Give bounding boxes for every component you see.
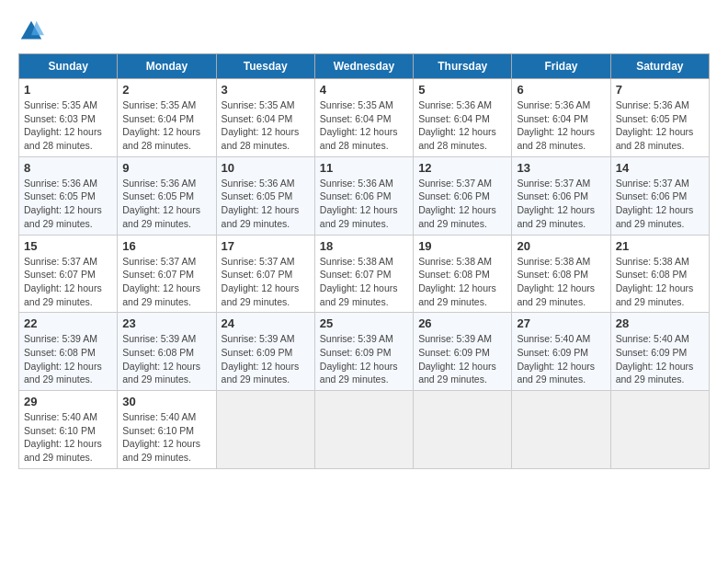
calendar-cell: 16Sunrise: 5:37 AMSunset: 6:07 PMDayligh… [118,235,216,313]
day-detail: Sunrise: 5:36 AMSunset: 6:05 PMDaylight:… [616,98,704,153]
day-number: 22 [24,316,112,330]
day-detail: Sunrise: 5:36 AMSunset: 6:05 PMDaylight:… [222,177,310,231]
day-number: 28 [616,316,704,330]
calendar-cell: 11Sunrise: 5:36 AMSunset: 6:06 PMDayligh… [314,156,413,235]
logo [18,18,48,44]
calendar-cell: 21Sunrise: 5:38 AMSunset: 6:08 PMDayligh… [610,235,709,313]
day-detail: Sunrise: 5:35 AMSunset: 6:03 PMDaylight:… [24,98,112,153]
day-number: 15 [24,239,112,253]
calendar-cell: 8Sunrise: 5:36 AMSunset: 6:05 PMDaylight… [19,156,118,235]
calendar-cell: 12Sunrise: 5:37 AMSunset: 6:06 PMDayligh… [414,156,512,235]
day-detail: Sunrise: 5:40 AMSunset: 6:10 PMDaylight:… [122,410,210,465]
day-detail: Sunrise: 5:37 AMSunset: 6:06 PMDaylight:… [418,177,506,231]
calendar-cell [414,391,512,469]
day-detail: Sunrise: 5:36 AMSunset: 6:05 PMDaylight:… [122,177,210,231]
calendar-table: SundayMondayTuesdayWednesdayThursdayFrid… [18,53,710,469]
page-container: SundayMondayTuesdayWednesdayThursdayFrid… [18,18,710,469]
day-detail: Sunrise: 5:37 AMSunset: 6:07 PMDaylight:… [24,255,112,309]
day-detail: Sunrise: 5:38 AMSunset: 6:08 PMDaylight:… [418,255,506,309]
calendar-cell: 10Sunrise: 5:36 AMSunset: 6:05 PMDayligh… [216,156,314,235]
day-detail: Sunrise: 5:36 AMSunset: 6:04 PMDaylight:… [418,98,506,153]
day-number: 8 [24,161,112,175]
calendar-cell [314,391,413,469]
day-detail: Sunrise: 5:39 AMSunset: 6:09 PMDaylight:… [418,332,506,386]
weekday-header-sunday: Sunday [19,54,118,79]
day-detail: Sunrise: 5:37 AMSunset: 6:07 PMDaylight:… [222,255,310,309]
day-number: 23 [122,316,210,330]
day-number: 25 [320,316,408,330]
calendar-week-row: 15Sunrise: 5:37 AMSunset: 6:07 PMDayligh… [19,235,710,313]
day-detail: Sunrise: 5:40 AMSunset: 6:10 PMDaylight:… [24,410,112,465]
day-number: 21 [616,239,704,253]
calendar-cell [512,391,610,469]
day-detail: Sunrise: 5:36 AMSunset: 6:06 PMDaylight:… [320,177,408,231]
day-number: 26 [418,316,506,330]
day-number: 9 [122,161,210,175]
day-number: 2 [122,83,210,97]
day-number: 5 [418,83,506,97]
day-detail: Sunrise: 5:35 AMSunset: 6:04 PMDaylight:… [222,98,310,153]
day-detail: Sunrise: 5:39 AMSunset: 6:08 PMDaylight:… [122,332,210,386]
day-number: 1 [24,83,112,97]
day-number: 13 [517,161,605,175]
day-detail: Sunrise: 5:37 AMSunset: 6:06 PMDaylight:… [616,177,704,231]
day-number: 16 [122,239,210,253]
calendar-cell: 6Sunrise: 5:36 AMSunset: 6:04 PMDaylight… [512,79,610,157]
calendar-body: 1Sunrise: 5:35 AMSunset: 6:03 PMDaylight… [19,79,710,469]
calendar-cell: 15Sunrise: 5:37 AMSunset: 6:07 PMDayligh… [19,235,118,313]
calendar-cell: 30Sunrise: 5:40 AMSunset: 6:10 PMDayligh… [118,391,216,469]
calendar-cell: 18Sunrise: 5:38 AMSunset: 6:07 PMDayligh… [314,235,413,313]
day-number: 29 [24,395,112,408]
day-number: 12 [418,161,506,175]
day-number: 10 [222,161,310,175]
weekday-header-wednesday: Wednesday [314,54,413,79]
calendar-week-row: 29Sunrise: 5:40 AMSunset: 6:10 PMDayligh… [19,391,710,469]
day-number: 6 [517,83,605,97]
day-number: 14 [616,161,704,175]
day-number: 30 [122,395,210,408]
day-number: 27 [517,316,605,330]
day-detail: Sunrise: 5:35 AMSunset: 6:04 PMDaylight:… [320,98,408,153]
calendar-cell: 5Sunrise: 5:36 AMSunset: 6:04 PMDaylight… [414,79,512,157]
weekday-header-monday: Monday [118,54,216,79]
day-detail: Sunrise: 5:40 AMSunset: 6:09 PMDaylight:… [517,332,605,386]
header-area [18,18,710,44]
day-detail: Sunrise: 5:39 AMSunset: 6:08 PMDaylight:… [24,332,112,386]
day-detail: Sunrise: 5:36 AMSunset: 6:05 PMDaylight:… [24,177,112,231]
day-number: 19 [418,239,506,253]
day-detail: Sunrise: 5:38 AMSunset: 6:07 PMDaylight:… [320,255,408,309]
weekday-header-row: SundayMondayTuesdayWednesdayThursdayFrid… [19,54,710,79]
logo-icon [18,18,44,44]
calendar-cell: 7Sunrise: 5:36 AMSunset: 6:05 PMDaylight… [610,79,709,157]
calendar-cell: 14Sunrise: 5:37 AMSunset: 6:06 PMDayligh… [610,156,709,235]
calendar-cell: 26Sunrise: 5:39 AMSunset: 6:09 PMDayligh… [414,313,512,391]
day-number: 7 [616,83,704,97]
calendar-cell: 13Sunrise: 5:37 AMSunset: 6:06 PMDayligh… [512,156,610,235]
calendar-cell: 2Sunrise: 5:35 AMSunset: 6:04 PMDaylight… [118,79,216,157]
day-number: 11 [320,161,408,175]
day-detail: Sunrise: 5:37 AMSunset: 6:06 PMDaylight:… [517,177,605,231]
calendar-cell: 23Sunrise: 5:39 AMSunset: 6:08 PMDayligh… [118,313,216,391]
calendar-cell: 9Sunrise: 5:36 AMSunset: 6:05 PMDaylight… [118,156,216,235]
day-number: 24 [222,316,310,330]
day-number: 18 [320,239,408,253]
weekday-header-tuesday: Tuesday [216,54,314,79]
day-number: 3 [222,83,310,97]
calendar-cell: 17Sunrise: 5:37 AMSunset: 6:07 PMDayligh… [216,235,314,313]
day-number: 20 [517,239,605,253]
calendar-cell [610,391,709,469]
calendar-cell: 3Sunrise: 5:35 AMSunset: 6:04 PMDaylight… [216,79,314,157]
day-detail: Sunrise: 5:38 AMSunset: 6:08 PMDaylight:… [616,255,704,309]
day-number: 4 [320,83,408,97]
calendar-week-row: 8Sunrise: 5:36 AMSunset: 6:05 PMDaylight… [19,156,710,235]
calendar-week-row: 22Sunrise: 5:39 AMSunset: 6:08 PMDayligh… [19,313,710,391]
weekday-header-thursday: Thursday [414,54,512,79]
calendar-cell: 27Sunrise: 5:40 AMSunset: 6:09 PMDayligh… [512,313,610,391]
weekday-header-saturday: Saturday [610,54,709,79]
day-detail: Sunrise: 5:39 AMSunset: 6:09 PMDaylight:… [222,332,310,386]
day-detail: Sunrise: 5:37 AMSunset: 6:07 PMDaylight:… [122,255,210,309]
weekday-header-friday: Friday [512,54,610,79]
calendar-header: SundayMondayTuesdayWednesdayThursdayFrid… [19,54,710,79]
day-detail: Sunrise: 5:35 AMSunset: 6:04 PMDaylight:… [122,98,210,153]
calendar-cell: 4Sunrise: 5:35 AMSunset: 6:04 PMDaylight… [314,79,413,157]
